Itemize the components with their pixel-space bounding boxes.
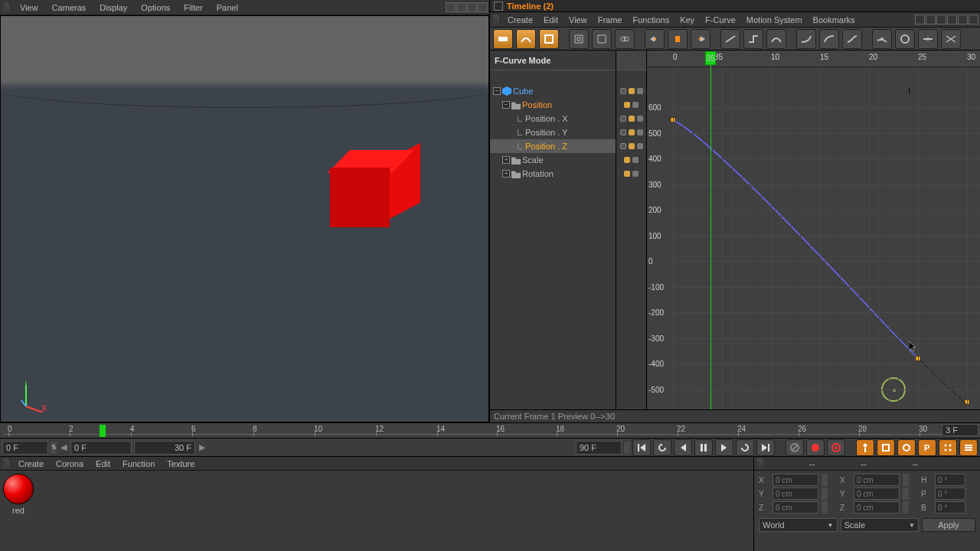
- go-start-button[interactable]: [632, 439, 651, 456]
- ease-both-icon[interactable]: [842, 29, 862, 49]
- menu-display[interactable]: Display: [93, 2, 133, 14]
- menu-mat-create[interactable]: Create: [12, 458, 50, 470]
- time-slider[interactable]: 3 F 024681012141618202224262830: [0, 422, 980, 438]
- autokey-button[interactable]: [827, 439, 845, 456]
- tangent-spline-icon[interactable]: [766, 29, 786, 49]
- grip-icon[interactable]: [493, 15, 499, 25]
- key-rotation-button[interactable]: [897, 439, 916, 456]
- timeline-check-icon[interactable]: [494, 2, 503, 11]
- key-dot-icon[interactable]: [624, 171, 630, 177]
- tl-nav-icon[interactable]: [958, 15, 968, 24]
- grip-icon[interactable]: [3, 2, 9, 13]
- material-swatch[interactable]: red: [3, 474, 34, 515]
- viewport-nav-icon[interactable]: [446, 2, 456, 12]
- tree-row-rotation[interactable]: + Rotation: [490, 167, 616, 181]
- tl-nav-icon[interactable]: [969, 15, 978, 24]
- menu-tl-functions[interactable]: Functions: [627, 14, 675, 26]
- preview-out-input[interactable]: 30 F: [134, 441, 195, 455]
- menu-mat-function[interactable]: Function: [116, 458, 161, 470]
- unify-tangent-icon[interactable]: [895, 29, 915, 49]
- pos-y-input[interactable]: 0 cm: [773, 487, 818, 500]
- time-ruler[interactable]: 35 0351015202530: [647, 51, 980, 67]
- key-dot-icon[interactable]: [620, 143, 626, 149]
- spinner-icon[interactable]: ⇅: [51, 442, 57, 454]
- rot-b-input[interactable]: 0 °: [935, 501, 965, 514]
- record-button[interactable]: [806, 439, 825, 456]
- pause-button[interactable]: [694, 439, 713, 456]
- key-scale-button[interactable]: [877, 439, 895, 456]
- tree-row-px[interactable]: Position . X: [490, 112, 616, 126]
- key-dot-icon[interactable]: [620, 88, 626, 94]
- tl-nav-icon[interactable]: [915, 15, 925, 24]
- expand-icon[interactable]: +: [502, 170, 510, 178]
- tree-row-scale[interactable]: + Scale: [490, 153, 616, 167]
- current-frame-marker[interactable]: [100, 425, 106, 437]
- play-rev-button[interactable]: [674, 439, 692, 456]
- spinner-icon[interactable]: [624, 442, 630, 454]
- key-dot-icon[interactable]: [624, 102, 630, 108]
- tl-nav-icon[interactable]: [936, 15, 946, 24]
- spinner-icon[interactable]: [822, 487, 828, 500]
- grip-icon[interactable]: [757, 458, 763, 469]
- frame-display[interactable]: 3 F: [942, 424, 978, 436]
- menu-tl-view[interactable]: View: [564, 14, 593, 26]
- go-end-button[interactable]: [756, 439, 775, 456]
- play-fwd-button[interactable]: [715, 439, 733, 456]
- spinner-icon[interactable]: [822, 501, 828, 514]
- menu-mat-edit[interactable]: Edit: [90, 458, 116, 470]
- loop-fwd-button[interactable]: [736, 439, 754, 456]
- dopesheet-mode-icon[interactable]: [493, 29, 513, 49]
- size-y-input[interactable]: 0 cm: [854, 487, 900, 500]
- motion-mode-icon[interactable]: [539, 29, 559, 49]
- collapse-icon[interactable]: −: [502, 101, 510, 109]
- preview-in-input[interactable]: 0 F: [70, 441, 132, 455]
- key-prev-icon[interactable]: [645, 29, 665, 49]
- loop-back-button[interactable]: [653, 439, 671, 456]
- scale-select[interactable]: Scale▼: [841, 518, 920, 532]
- cube-object[interactable]: [330, 150, 419, 233]
- menu-tl-fcurve[interactable]: F-Curve: [700, 14, 741, 26]
- apply-button[interactable]: Apply: [922, 518, 975, 532]
- menu-tl-create[interactable]: Create: [502, 14, 538, 26]
- material-list[interactable]: red: [0, 471, 753, 551]
- link-icon[interactable]: [615, 29, 635, 49]
- ease-out-icon[interactable]: [819, 29, 839, 49]
- frame-selected-icon[interactable]: [592, 29, 612, 49]
- grip-icon[interactable]: [3, 458, 9, 469]
- viewport-nav-icon[interactable]: [478, 2, 488, 12]
- collapse-icon[interactable]: −: [493, 87, 501, 95]
- frame-all-icon[interactable]: [569, 29, 589, 49]
- spinner-icon[interactable]: [822, 474, 828, 486]
- world-select[interactable]: World▼: [759, 518, 838, 532]
- menu-cameras[interactable]: Cameras: [46, 2, 93, 14]
- menu-panel[interactable]: Panel: [211, 2, 244, 14]
- menu-mat-texture[interactable]: Texture: [161, 458, 201, 470]
- menu-tl-motion[interactable]: Motion System: [741, 14, 808, 26]
- menu-tl-frame[interactable]: Frame: [593, 14, 628, 26]
- viewport-3d[interactable]: Y X: [0, 15, 489, 422]
- expand-icon[interactable]: +: [502, 156, 510, 164]
- start-frame-input[interactable]: 0 F: [2, 441, 48, 455]
- fcurve-graph[interactable]: 35 0351015202530 6005004003002001000-100…: [647, 51, 980, 409]
- tree-row-py[interactable]: Position . Y: [490, 126, 616, 139]
- size-x-input[interactable]: 0 cm: [854, 474, 900, 486]
- key-position-button[interactable]: [856, 439, 874, 456]
- tangent-linear-icon[interactable]: [720, 29, 740, 49]
- arrow-left-icon[interactable]: ◀: [59, 442, 68, 452]
- pos-z-input[interactable]: 0 cm: [773, 501, 818, 514]
- menu-options[interactable]: Options: [135, 2, 176, 14]
- fps-input[interactable]: 90 F: [576, 441, 622, 455]
- key-param-button[interactable]: P: [918, 439, 936, 456]
- menu-filter[interactable]: Filter: [178, 2, 208, 14]
- spinner-icon[interactable]: [903, 487, 909, 500]
- menu-tl-bookmarks[interactable]: Bookmarks: [808, 14, 861, 26]
- key-pla-button[interactable]: [939, 439, 957, 456]
- viewport-nav-icon[interactable]: [467, 2, 477, 12]
- spinner-icon[interactable]: [903, 474, 909, 486]
- tree-row-cube[interactable]: − Cube: [490, 84, 616, 98]
- pos-x-input[interactable]: 0 cm: [773, 474, 818, 486]
- spinner-icon[interactable]: [903, 501, 909, 514]
- break-tangent-icon[interactable]: [872, 29, 892, 49]
- key-dot-icon[interactable]: [620, 129, 626, 135]
- tree-row-pz[interactable]: Position . Z: [490, 139, 616, 153]
